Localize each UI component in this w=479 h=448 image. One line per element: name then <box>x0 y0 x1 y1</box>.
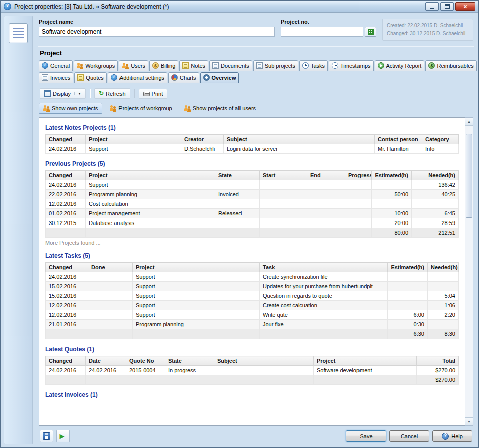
table-cell: 2:20 <box>428 310 459 320</box>
tab-timestamps[interactable]: Timestamps <box>329 60 374 71</box>
tab-reimbursables[interactable]: Reimbursables <box>425 60 476 71</box>
title-bar[interactable]: Project properties: [3] Tau Ltd. » Softw… <box>1 1 478 13</box>
tab-notes[interactable]: Notes <box>179 60 208 71</box>
project-no-input[interactable] <box>281 27 363 37</box>
previous-projects-table: ChangedProjectStateStartEndProgressEstim… <box>45 170 459 238</box>
tab-activity-report[interactable]: Activity Report <box>375 60 425 71</box>
table-cell <box>214 366 314 375</box>
table-row[interactable]: 21.01.2016Programm planningJour fixe0:30 <box>46 320 459 329</box>
table-row[interactable]: 24.02.2016SupportD.SchaelchliLogin data … <box>46 144 459 154</box>
table-row[interactable]: 15.02.2016SupportQuestion in regards to … <box>46 291 459 301</box>
table-cell <box>345 180 372 190</box>
scroll-down-icon: ▼ <box>467 420 471 423</box>
scroll-down-button[interactable]: ▼ <box>465 417 473 425</box>
project-no-field: Project no. <box>281 19 376 37</box>
tab-invoices[interactable]: Invoices <box>39 72 73 83</box>
table-cell: Total <box>417 356 459 366</box>
table-row[interactable]: 24.02.201624.02.20162015-0004In progress… <box>46 366 459 375</box>
table-cell: Updates for your purchase from hubertund… <box>260 282 388 291</box>
tab-label: Overview <box>212 75 236 81</box>
table-cell: Project <box>314 356 417 366</box>
table-header-row: ChangedDateQuote NoStateSubjectProjectTo… <box>46 356 459 366</box>
table-cell: Released <box>215 209 260 218</box>
display-button[interactable]: Display ▼ <box>40 88 86 99</box>
table-cell <box>345 190 372 199</box>
scrollbar-track[interactable] <box>465 126 473 417</box>
minimize-button[interactable] <box>425 2 439 11</box>
help-label: Help <box>451 433 463 439</box>
tab-quotes[interactable]: Quotes <box>74 72 106 83</box>
toolbar-separator <box>134 89 135 98</box>
table-cell: Progress <box>345 171 372 180</box>
table-row[interactable]: 12.02.2016Cost calculation <box>46 199 459 209</box>
dialog-window: Project properties: [3] Tau Ltd. » Softw… <box>0 0 479 448</box>
project-name-input[interactable] <box>39 27 275 37</box>
vertical-scrollbar[interactable]: ▲ ▼ <box>465 117 473 426</box>
table-row[interactable]: 24.02.2016SupportCreate synchronization … <box>46 272 459 282</box>
table-row[interactable]: 15.02.2016SupportUpdates for your purcha… <box>46 282 459 291</box>
table-cell: D.Schaelchli <box>181 144 224 154</box>
quick-save-button[interactable] <box>40 430 53 442</box>
filter-show-own-projects[interactable]: Show own projects <box>39 103 102 114</box>
table-header-row: ChangedProjectStateStartEndProgressEstim… <box>46 171 459 180</box>
notes-projects-table: ChangedProjectCreatorSubjectContact pers… <box>45 134 459 154</box>
content-wrapper: Latest Notes Projects (1) ChangedProject… <box>39 117 473 426</box>
refresh-button[interactable]: ↻ Refresh <box>94 88 130 99</box>
table-cell <box>86 375 126 385</box>
table-cell: Changed <box>46 263 88 272</box>
table-cell: Project <box>133 263 260 272</box>
tab-workgroups[interactable]: Workgroups <box>74 60 118 71</box>
scroll-up-button[interactable]: ▲ <box>465 118 473 126</box>
report-icon <box>378 62 384 69</box>
tab-tasks[interactable]: Tasks <box>299 60 328 71</box>
table-cell <box>307 190 345 199</box>
document-icon <box>256 62 263 69</box>
table-cell: $270.00 <box>417 366 459 375</box>
scrollbar-thumb[interactable] <box>466 134 472 218</box>
table-cell: 20:00 <box>372 218 412 228</box>
tab-sub-projects[interactable]: Sub projects <box>253 60 298 71</box>
window-title: Project properties: [3] Tau Ltd. » Softw… <box>14 3 425 10</box>
table-cell <box>372 199 412 209</box>
table-row[interactable]: 12.02.2016SupportWrite qute6:002:20 <box>46 310 459 320</box>
save-label: Save <box>360 433 372 439</box>
money-icon <box>428 62 435 69</box>
table-cell: Estimated(h) <box>388 263 428 272</box>
cancel-button[interactable]: Cancel <box>389 430 429 442</box>
close-button[interactable]: × <box>455 2 475 11</box>
tab-overview[interactable]: Overview <box>200 72 240 83</box>
tab-additional-settings[interactable]: Additional settings <box>108 72 167 83</box>
tab-general[interactable]: General <box>39 60 73 71</box>
filter-projects-of-all-users[interactable]: Show projects of all users <box>180 103 260 114</box>
run-button[interactable]: ▶ <box>56 430 70 442</box>
display-window-icon <box>44 90 51 97</box>
table-cell: Cost calculation <box>86 199 215 209</box>
tab-label: Documents <box>221 63 249 69</box>
table-row[interactable]: 22.02.2016Programm planningInvoiced50:00… <box>46 190 459 199</box>
table-cell <box>215 199 260 209</box>
save-button[interactable]: Save <box>346 430 386 442</box>
filter-projects-of-workgroup[interactable]: Projects of workgroup <box>105 103 176 114</box>
changed-line: Changed: 30.12.2015 D. Schaelchli <box>387 30 469 38</box>
cancel-label: Cancel <box>401 433 418 439</box>
table-cell: 50:00 <box>372 190 412 199</box>
tab-documents[interactable]: Documents <box>209 60 252 71</box>
help-button[interactable]: Help <box>432 430 472 442</box>
table-row[interactable]: 24.02.2016Support136:42 <box>46 180 459 190</box>
tab-users[interactable]: Users <box>119 60 148 71</box>
table-cell: 30.12.2015 <box>46 218 86 228</box>
tab-charts[interactable]: Charts <box>168 72 199 83</box>
project-no-lookup-button[interactable] <box>365 27 376 37</box>
tab-billing[interactable]: Billing <box>149 60 178 71</box>
left-panel <box>4 16 33 444</box>
table-row[interactable]: 01.02.2016Project managementReleased10:0… <box>46 209 459 218</box>
maximize-button[interactable] <box>440 2 454 11</box>
table-row[interactable]: 12.02.2016SupportCreate cost calcuation1… <box>46 301 459 310</box>
table-cell: 24.02.2016 <box>46 180 86 190</box>
print-button[interactable]: Print <box>139 89 168 99</box>
print-label: Print <box>152 91 163 97</box>
table-cell: 1:06 <box>428 301 459 310</box>
table-row[interactable]: 30.12.2015Database analysis20:0028:59 <box>46 218 459 228</box>
people-icon <box>122 62 129 69</box>
clock-icon <box>302 62 309 69</box>
